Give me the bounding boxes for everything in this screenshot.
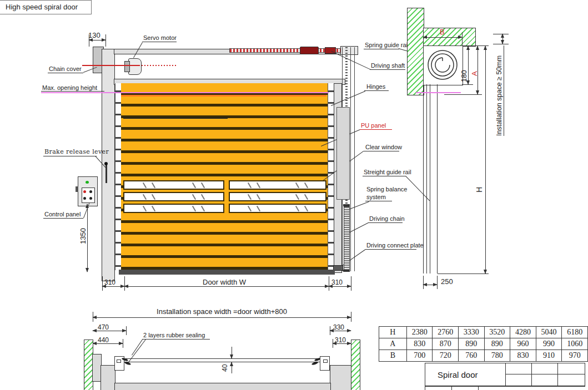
table-cell: 3330 — [459, 327, 485, 338]
spring-balance-cap-top — [343, 204, 350, 206]
door-curtain — [121, 83, 328, 270]
title-block-divider — [478, 386, 479, 390]
control-button — [89, 190, 92, 193]
servo-motor — [128, 58, 142, 75]
dim-B: B — [440, 28, 445, 36]
table-cell: 990 — [536, 338, 562, 350]
ext-line — [351, 276, 351, 291]
dim-line-A — [478, 46, 478, 94]
dim-line-130 — [89, 40, 105, 40]
title-block-divider — [425, 386, 425, 390]
label-underline — [48, 73, 83, 73]
glass-marks — [247, 208, 262, 209]
dim-door-width: Door width W — [203, 278, 246, 286]
side-max-opening-line — [416, 92, 461, 93]
table-cell: 780 — [484, 350, 510, 362]
label-underline — [43, 218, 83, 219]
product-title: Spiral door — [438, 370, 478, 379]
ext-line — [437, 276, 438, 289]
ext-line — [423, 276, 424, 289]
clear-window-pane — [123, 180, 224, 190]
leader-line — [132, 340, 143, 356]
label-underline — [365, 249, 416, 250]
plan-door-panel-top — [124, 358, 320, 359]
row-label: B — [379, 350, 407, 362]
table-cell: 870 — [433, 338, 459, 350]
glass-marks — [142, 196, 157, 197]
clear-window-pane — [123, 192, 224, 201]
table-cell: 4280 — [510, 327, 536, 338]
dim-line-50mm — [502, 34, 503, 44]
ext-line — [329, 276, 329, 291]
title-block-cell — [531, 374, 558, 386]
ext-line — [330, 326, 330, 335]
rubber-sealing-label: 2 layers rubber sealing — [143, 332, 205, 338]
dim-line-330 — [330, 331, 351, 331]
table-cell: 6180 — [562, 327, 588, 338]
plan-door-panel-bottom — [124, 362, 320, 362]
dim-line-250 — [423, 285, 437, 285]
ext-line — [102, 276, 103, 291]
table-cell: 830 — [406, 338, 433, 350]
title-box: High speed spiral door — [0, 0, 92, 14]
plan-wall-right — [351, 340, 360, 390]
control-button — [89, 197, 92, 200]
window-mullion — [224, 179, 229, 214]
glass-marks — [191, 208, 206, 209]
table-cell: 890 — [484, 338, 510, 350]
title-block-cell — [557, 363, 585, 374]
dim-line-40-top — [232, 347, 232, 358]
label-underline — [142, 339, 210, 340]
glass-marks — [191, 196, 206, 197]
label-underline — [360, 129, 392, 130]
dim-line-310-left — [102, 286, 124, 287]
label-underline — [363, 176, 406, 176]
servo-axis-line — [82, 65, 139, 66]
hinges-label: Hinges — [366, 83, 385, 90]
table-cell: 960 — [510, 338, 536, 350]
track-line — [426, 84, 427, 273]
title-block-cell — [505, 374, 532, 386]
ext-line — [438, 273, 489, 274]
drawing-canvas: High speed spiral door — [0, 0, 588, 390]
plan-column-left — [100, 365, 115, 390]
dim-line-310-right — [329, 286, 351, 287]
spec-table: H 2380 2760 3330 3520 4280 5040 6180 A 8… — [379, 326, 588, 362]
title-block-cell — [505, 363, 532, 374]
glass-marks — [294, 196, 309, 197]
spring-balance-cap-bottom — [343, 270, 350, 272]
table-cell: 2760 — [433, 327, 459, 338]
glass-marks — [247, 185, 262, 186]
label-underline — [370, 69, 405, 70]
track-line — [423, 84, 424, 273]
title-block-bottom-line — [425, 386, 585, 387]
plan-total-width-label: Installation space width =door width+800 — [93, 307, 351, 316]
bottom-bar — [119, 270, 335, 275]
ext-line — [333, 339, 333, 348]
plan-guide-notch — [117, 359, 121, 363]
dim-line-310-plan — [333, 343, 351, 344]
ext-line — [93, 312, 93, 322]
ext-line — [423, 32, 424, 45]
control-panel-label: Control panel — [44, 211, 81, 217]
product-title-cell: Spiral door — [425, 363, 506, 386]
table-cell: 970 — [562, 350, 588, 362]
shaft-coupling — [300, 47, 319, 54]
ext-line — [89, 34, 89, 47]
table-cell: 3520 — [484, 327, 510, 338]
ext-line — [124, 276, 125, 291]
table-row: A 830 870 890 890 960 990 1060 — [379, 338, 588, 350]
brake-release-lever — [105, 164, 107, 183]
driving-chain-label: Driving chain — [369, 215, 405, 222]
servo-axis-dotted — [139, 65, 178, 66]
spiral-coil — [424, 47, 461, 83]
glass-marks — [247, 196, 262, 197]
dim-310-left: 310 — [104, 278, 115, 286]
leader-line — [349, 201, 369, 210]
label-underline — [364, 151, 399, 151]
title-block-cell — [557, 374, 585, 386]
dim-440: 440 — [98, 336, 109, 344]
streight-guide-rail-label: Streight guide rail — [364, 169, 411, 175]
table-row: H 2380 2760 3330 3520 4280 5040 6180 — [379, 327, 588, 338]
table-cell: 830 — [510, 350, 536, 362]
